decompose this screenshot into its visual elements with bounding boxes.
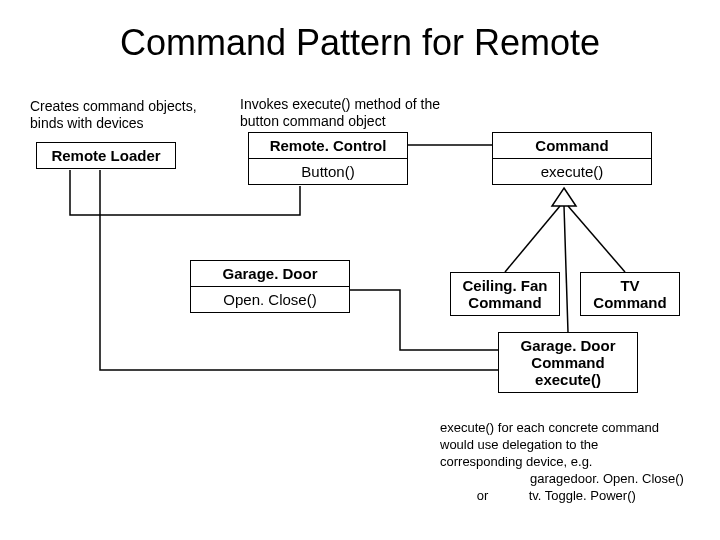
- svg-line-1: [505, 206, 560, 272]
- footer-l1: execute() for each concrete command: [440, 420, 710, 437]
- class-remote-control: Remote. Control Button(): [248, 132, 408, 185]
- class-ceilingfan-command: Ceiling. Fan Command: [450, 272, 560, 316]
- class-method: execute(): [493, 158, 651, 184]
- class-name-l1: Garage. Door: [499, 333, 637, 354]
- class-name-l1: Ceiling. Fan: [451, 273, 559, 294]
- class-name-l2: Command: [499, 354, 637, 371]
- class-name-l2: Command: [451, 294, 559, 315]
- class-name: Remote Loader: [37, 143, 175, 168]
- note-loader: Creates command objects, binds with devi…: [30, 98, 220, 132]
- class-name: Command: [493, 133, 651, 158]
- footer-l4: garagedoor. Open. Close(): [440, 471, 710, 488]
- footer-l5b: tv. Toggle. Power(): [529, 488, 636, 503]
- class-name: Remote. Control: [249, 133, 407, 158]
- footer-or: or: [440, 488, 525, 505]
- footer-note: execute() for each concrete command woul…: [440, 420, 710, 504]
- class-method: Button(): [249, 158, 407, 184]
- class-name-l2: Command: [581, 294, 679, 315]
- footer-l2: would use delegation to the: [440, 437, 710, 454]
- note-remote: Invokes execute() method of the button c…: [240, 96, 460, 130]
- svg-line-2: [568, 206, 625, 272]
- class-remote-loader: Remote Loader: [36, 142, 176, 169]
- class-garage-door: Garage. Door Open. Close(): [190, 260, 350, 313]
- class-command: Command execute(): [492, 132, 652, 185]
- class-method: Open. Close(): [191, 286, 349, 312]
- svg-line-3: [564, 206, 568, 332]
- class-name-l1: TV: [581, 273, 679, 294]
- class-garagedoor-command: Garage. Door Command execute(): [498, 332, 638, 393]
- class-method: execute(): [499, 371, 637, 392]
- footer-l3: corresponding device, e.g.: [440, 454, 710, 471]
- class-name: Garage. Door: [191, 261, 349, 286]
- page-title: Command Pattern for Remote: [0, 22, 720, 64]
- class-tv-command: TV Command: [580, 272, 680, 316]
